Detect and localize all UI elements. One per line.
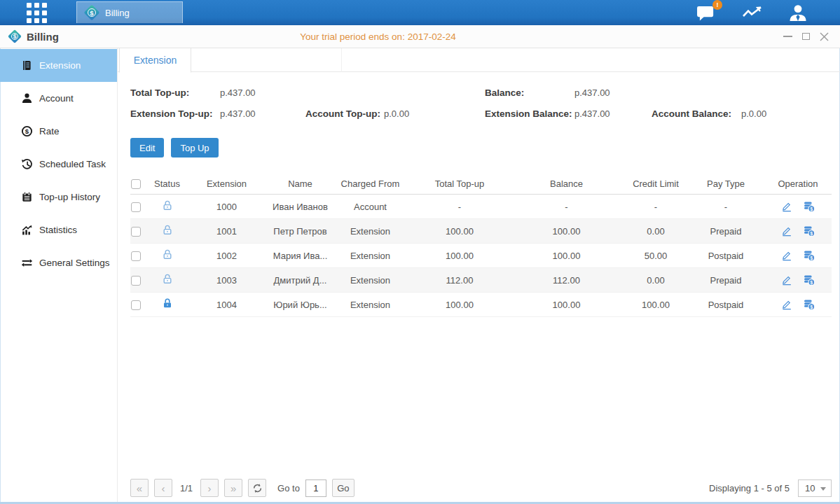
pay-type-cell: Postpaid xyxy=(687,251,764,261)
credit-limit-cell: 100.00 xyxy=(624,300,687,310)
total-top-up-cell: - xyxy=(411,202,509,212)
column-header-balance: Balance xyxy=(509,178,624,189)
taskbar-tab-label: Billing xyxy=(105,8,130,18)
edit-row-icon[interactable] xyxy=(781,250,792,261)
charged-from-cell: Extension xyxy=(330,251,411,261)
summary-value: p.0.00 xyxy=(384,108,485,119)
edit-button[interactable]: Edit xyxy=(130,138,164,158)
tab-strip: Extension xyxy=(118,48,840,72)
sidebar-item-topup-history[interactable]: Top-up History xyxy=(0,181,117,214)
bar-chart-icon xyxy=(21,224,33,236)
summary-label: Total Top-up: xyxy=(130,88,220,98)
balance-cell: 100.00 xyxy=(509,226,624,237)
tab-extension[interactable]: Extension xyxy=(119,48,191,73)
billing-app-window: $ Billing ! xyxy=(0,0,840,504)
close-button[interactable] xyxy=(819,31,829,41)
summary-value: p.437.00 xyxy=(220,108,305,119)
table-body: 1000 Иван Иванов Account - - - - xyxy=(130,195,832,317)
last-page-button[interactable]: » xyxy=(224,479,242,497)
unlocked-status-icon xyxy=(162,227,173,238)
locked-status-icon xyxy=(162,301,173,312)
summary-value: p.0.00 xyxy=(741,108,840,119)
charged-from-cell: Extension xyxy=(330,226,411,237)
monitor-icon[interactable] xyxy=(742,4,763,21)
window-titlebar: $ Billing Your trial period ends on: 201… xyxy=(0,25,840,48)
row-checkbox[interactable] xyxy=(131,227,141,237)
charged-from-cell: Extension xyxy=(330,275,411,286)
unlocked-status-icon xyxy=(162,203,173,214)
trial-notice: Your trial period ends on: 2017-02-24 xyxy=(0,31,756,42)
column-header-credit-limit: Credit Limit xyxy=(624,178,687,189)
goto-page-input[interactable] xyxy=(305,479,326,497)
taskbar-status-icons: ! xyxy=(696,0,840,25)
prev-page-button[interactable]: ‹ xyxy=(154,479,172,497)
sidebar-item-label: General Settings xyxy=(39,258,110,268)
messages-icon[interactable]: ! xyxy=(696,4,717,22)
extensions-table: Status Extension Name Charged From Total… xyxy=(130,173,832,317)
top-up-row-icon[interactable]: $ xyxy=(804,274,815,286)
balance-cell: 100.00 xyxy=(509,251,624,261)
top-up-row-icon[interactable]: $ xyxy=(804,201,815,212)
page-size-select[interactable]: 10 xyxy=(798,479,832,497)
sidebar-item-general-settings[interactable]: General Settings xyxy=(0,246,117,279)
top-up-row-icon[interactable]: $ xyxy=(804,225,815,237)
go-button[interactable]: Go xyxy=(332,479,354,497)
refresh-button[interactable] xyxy=(248,479,266,497)
table-row: 1003 Дмитрий Д... Extension 112.00 112.0… xyxy=(130,268,832,293)
history-clock-icon xyxy=(21,158,33,170)
taskbar-tab-billing[interactable]: $ Billing xyxy=(76,1,183,23)
maximize-button[interactable] xyxy=(801,31,811,41)
edit-row-icon[interactable] xyxy=(781,225,792,237)
pay-type-cell: Prepaid xyxy=(687,226,764,237)
svg-text:$: $ xyxy=(811,255,813,261)
unlocked-status-icon xyxy=(162,252,173,262)
credit-limit-cell: - xyxy=(624,202,687,212)
tab-strip-spacer xyxy=(191,48,342,72)
ledger-icon xyxy=(21,59,33,71)
row-checkbox[interactable] xyxy=(131,276,141,286)
top-up-button[interactable]: Top Up xyxy=(171,138,218,158)
balance-cell: 100.00 xyxy=(509,300,624,310)
sidebar-item-extension[interactable]: Extension xyxy=(0,49,117,82)
billing-diamond-icon: $ xyxy=(84,5,99,20)
window-controls xyxy=(783,31,840,41)
name-cell: Иван Иванов xyxy=(270,202,330,212)
next-page-button[interactable]: › xyxy=(200,479,219,497)
row-checkbox[interactable] xyxy=(131,300,141,310)
column-header-charged-from: Charged From xyxy=(330,178,411,189)
edit-row-icon[interactable] xyxy=(781,274,792,286)
sidebar-item-label: Statistics xyxy=(39,225,77,235)
sidebar-item-account[interactable]: Account xyxy=(0,82,117,115)
minimize-button[interactable] xyxy=(783,31,792,41)
first-page-button[interactable]: « xyxy=(130,479,149,497)
pay-type-cell: Prepaid xyxy=(687,275,764,286)
edit-row-icon[interactable] xyxy=(781,201,792,212)
refresh-icon xyxy=(252,483,263,493)
user-icon[interactable] xyxy=(788,4,808,22)
main-content: Extension Total Top-up: p.437.00 Balance… xyxy=(118,48,840,502)
pagination-bar: « ‹ 1/1 › » Go to Go Displaying xyxy=(130,479,832,497)
sidebar-item-statistics[interactable]: Statistics xyxy=(0,214,117,246)
column-header-name: Name xyxy=(270,178,330,189)
row-checkbox[interactable] xyxy=(131,202,141,212)
extension-cell: 1000 xyxy=(183,202,270,212)
notification-badge: ! xyxy=(712,0,722,10)
table-row: 1002 Мария Ива... Extension 100.00 100.0… xyxy=(130,244,832,268)
charged-from-cell: Extension xyxy=(330,300,411,310)
row-checkbox[interactable] xyxy=(131,251,141,261)
top-up-row-icon[interactable]: $ xyxy=(804,299,815,310)
sidebar-item-label: Extension xyxy=(39,60,81,71)
summary-label: Extension Top-up: xyxy=(130,108,220,119)
sidebar-item-scheduled-task[interactable]: Scheduled Task xyxy=(0,148,117,181)
svg-text:$: $ xyxy=(811,280,813,286)
top-up-row-icon[interactable]: $ xyxy=(804,250,815,261)
summary-label: Extension Balance: xyxy=(485,108,574,119)
sidebar-item-label: Top-up History xyxy=(39,192,100,202)
column-header-status: Status xyxy=(151,178,183,189)
name-cell: Юрий Юрь... xyxy=(270,300,330,310)
sidebar-item-rate[interactable]: $ Rate xyxy=(0,115,117,148)
summary-value: p.437.00 xyxy=(574,88,652,98)
apps-grid-icon[interactable] xyxy=(27,3,47,23)
select-all-checkbox[interactable] xyxy=(131,179,141,189)
edit-row-icon[interactable] xyxy=(781,299,792,310)
